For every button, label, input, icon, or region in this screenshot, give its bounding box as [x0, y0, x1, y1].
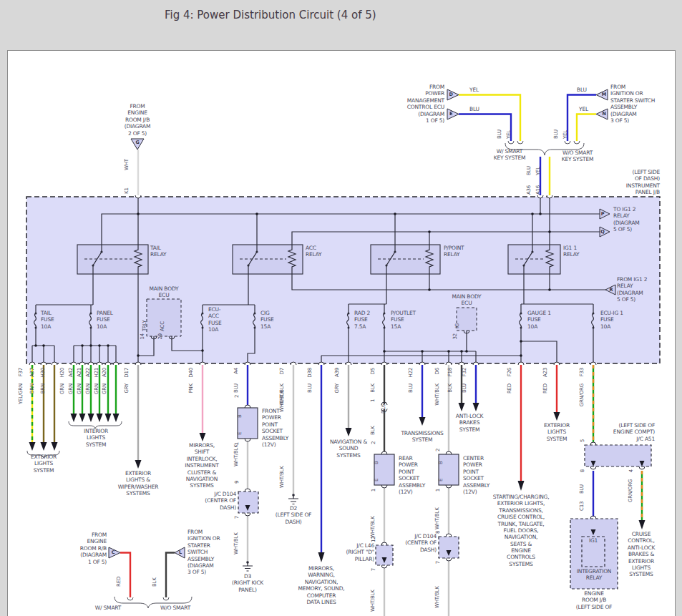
without-smart-key-bottom: W/O SMART [160, 605, 190, 611]
pin-trly: TRLY [141, 320, 148, 331]
wire-label-whtblk-d7b: WHT/BLK [278, 466, 286, 488]
pin-k1: K1 [123, 187, 130, 194]
pin-4-a51: 4 [628, 469, 635, 512]
pin-a16: A16 [535, 185, 542, 195]
system-ext-wiper: EXTERIOR LIGHTS & WIPER/WASHER SYSTEMS [118, 470, 159, 497]
pin-b-front: B [236, 414, 243, 418]
system-mirrors-shift: MIRRORS, SHIFT INTERLOCK, INSTRUMENT CLU… [185, 442, 218, 489]
instrument-panel-jb-box [26, 197, 660, 363]
pin-5-a51: 5 [579, 439, 586, 442]
pin-7-d104a: 7 [233, 516, 240, 559]
jc-d104b-label: J/C D104 (CENTER OF DASH) [405, 533, 437, 553]
pin-a36: A36 [525, 185, 532, 195]
system-mirrors-warning: MIRRORS, WARNING, NAVIGATION, MEMORY, SO… [298, 565, 345, 605]
pin-29: 29 [157, 333, 164, 376]
wire-label-blu-1: BLU [496, 129, 503, 139]
main-body-ecu-label-2: MAIN BODY ECU [452, 293, 482, 307]
pin-e-center: E [437, 479, 444, 481]
triangle-e-letter: E [449, 111, 452, 117]
integration-relay-label: INTEGRATION RELAY [577, 568, 612, 582]
source-engine-room-jb: FROM ENGINE ROOM J/B (DIAGRAM 2 OF 5) [125, 103, 151, 137]
pin-2-center: 2 [434, 449, 442, 451]
pin-9-d104a: 9 [233, 481, 240, 484]
triangle-n-letter: N [602, 111, 605, 117]
triangle-m-letter: M [602, 92, 606, 97]
wire-label-yel-3: YEL [535, 167, 542, 175]
pin-b-rear: B [373, 461, 380, 464]
color-f37: YEL/GRN [17, 383, 24, 426]
tail-fuse-label: TAIL FUSE 10A [41, 310, 54, 330]
wire-label-blu-e: BLU [469, 106, 479, 112]
pin-2-front: 2 [233, 395, 240, 398]
pin-1-rear: 1 [370, 489, 377, 532]
main-body-ecu-label-1: MAIN BODY ECU [150, 285, 179, 299]
triangle-q-letter: Q [600, 229, 604, 235]
pin-1-dl6: 1 [369, 399, 376, 402]
ref-to-ig12-relay: TO IG1 2 RELAY (DIAGRAM 5 OF 5) [613, 206, 640, 233]
color-f26: RED [506, 383, 513, 426]
wire-label-blu-m: BLU [577, 87, 587, 93]
with-smart-key-label: W/ SMART KEY SYSTEM [494, 148, 526, 162]
engine-room-jb-label: ENGINE ROOM J/B (LEFT SIDE OF [576, 590, 612, 610]
ecu-ig1-fuse-label: ECU-IG 1 FUSE 10A [600, 310, 623, 330]
instrument-panel-jb-note: (LEFT SIDE OF DASH) INSTRUMENT PANEL J/B [626, 169, 660, 196]
system-starting-charging: STARTING/CHARGING, EXTERIOR LIGHTS, TRAN… [493, 494, 550, 567]
source-power-mgmt-ecu: FROM POWER MANAGEMENT CONTROL ECU (DIAGR… [407, 84, 444, 124]
pin-8-d104b: 8 [434, 531, 442, 534]
color-a20: GRN [101, 383, 108, 426]
connector-dl6: DL6 [380, 404, 387, 414]
tail-relay-label: TAIL RELAY [150, 245, 166, 258]
wire-label-blk-d5: BLK [369, 426, 376, 435]
without-smart-key-label: W/O SMART KEY SYSTEM [562, 150, 594, 163]
color-a23: RED [542, 383, 549, 426]
system-nav-sound: NAVIGATION & SOUND SYSTEMS [330, 439, 367, 459]
ref-from-ig12-relay: FROM IG1 2 RELAY (DIAGRAM 5 OF 5) [617, 276, 647, 303]
ig1-label: IG1 [589, 537, 598, 544]
color-f33: GRN/ORG [578, 383, 585, 426]
pin-acc: ACC [159, 321, 166, 331]
color-d40: PNK [187, 383, 195, 426]
wire-label-yel-1: YEL [505, 130, 512, 139]
pin-1-front: 1 [233, 442, 240, 485]
triangle-c-letter: C [112, 549, 115, 555]
jc-a51-label: (LEFT SIDE OF ENGINE COMPT) J/C A51 [613, 422, 655, 442]
pin-7-l46: 7 [370, 568, 377, 611]
center-pps-label: CENTER POWER POINT SOCKET ASSEMBLY (12V) [463, 455, 489, 495]
pin-2-rear: 2 [370, 441, 377, 444]
source-ignition-switch-bottom: FROM IGNITION OR STARTER SWITCH ASSEMBLY… [187, 529, 220, 576]
jc-l46-label: J/C L46 (RIGHT "D" PILLAR) [346, 542, 374, 562]
front-pps-label: FRONT POWER POINT SOCKET ASSEMBLY (12V) [262, 408, 288, 448]
acc-relay-label: ACC RELAY [306, 245, 321, 258]
color-a4: BLU [233, 383, 240, 426]
page-title: Fig 4: Power Distribution Circuit (4 of … [165, 9, 376, 21]
ig11-relay-label: IG1 1 RELAY [563, 245, 579, 258]
pin-e-rear: E [373, 479, 380, 481]
jc-d104a-box [238, 492, 258, 513]
color-f18: BLK [447, 383, 454, 426]
color-d6: WHT/BLK [434, 383, 441, 426]
source-ignition-switch-top: FROM IGNITION OR STARTER SWITCH ASSEMBLY… [610, 84, 655, 124]
rear-pps-label: REAR POWER POINT SOCKET ASSEMBLY (12V) [399, 455, 425, 495]
pin-12-l46: 12 [370, 536, 377, 542]
color-a22: GRN [84, 383, 92, 426]
wire-label-red-c: RED [115, 577, 122, 587]
rad2-fuse-label: RAD 2 FUSE 7.5A [354, 310, 370, 330]
triangle-l-letter: L [179, 549, 182, 555]
system-interior-lights: INTERIOR LIGHTS SYSTEM [84, 428, 108, 448]
color-h20: GRN [59, 383, 66, 426]
pin-ig: IG [454, 323, 461, 328]
triangle-g-letter: G [135, 140, 139, 145]
pin-14: 14 [139, 333, 146, 376]
system-cruise-abs: CRUISE CONTROL, ANTI-LOCK BRAKES & EXTER… [628, 531, 655, 578]
poutlet-fuse-label: P/OUTLET FUSE 15A [391, 310, 416, 330]
wire-label-yel-n: YEL [579, 106, 588, 112]
jc-d104a-label: J/C D104 (CENTER OF DASH) [205, 491, 236, 511]
pin-7-d104b: 7 [434, 561, 442, 604]
color-h30: BRN [39, 383, 47, 426]
with-smart-key-bottom: W/ SMART [95, 605, 121, 611]
ground-d3-label: D3 (RIGHT KICK PANEL) [232, 573, 263, 593]
pin-8-a51: 8 [579, 469, 586, 512]
triangle-p-letter: P [601, 211, 605, 217]
ecu-acc-fuse-label: ECU- ACC FUSE 10A [208, 306, 222, 333]
tail-relay-box [77, 245, 148, 274]
